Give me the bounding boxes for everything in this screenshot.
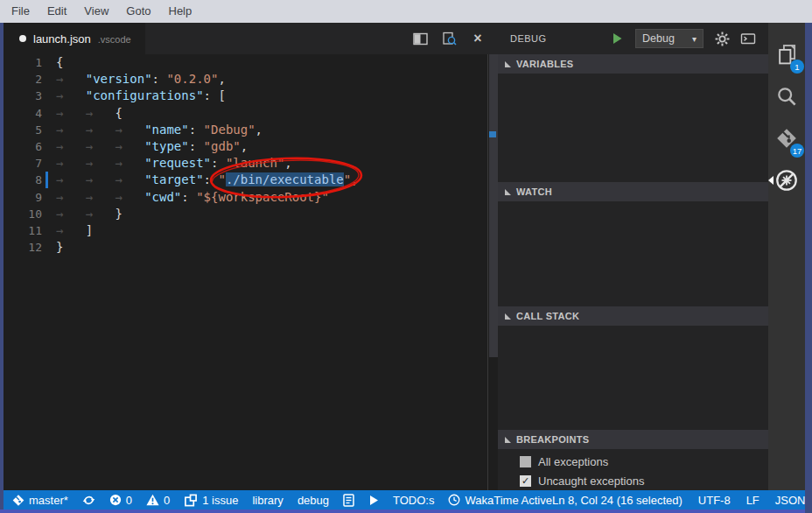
split-editor-icon[interactable]	[412, 31, 428, 46]
breakpoint-label: Uncaught exceptions	[538, 474, 644, 488]
code-text: → → → "request": "launch",	[56, 155, 292, 172]
line-number[interactable]: 5	[4, 122, 42, 138]
code-text: → → → "name": "Debug",	[56, 122, 262, 138]
checkbox-checked[interactable]: ✓	[520, 475, 531, 487]
status-run[interactable]	[368, 495, 379, 506]
git-icon[interactable]: 17	[768, 117, 805, 159]
section-header-watch[interactable]: WATCH	[498, 182, 768, 201]
twistie-expanded-icon	[505, 437, 511, 443]
line-number[interactable]: 12	[4, 239, 42, 256]
breakpoint-item[interactable]: All exceptions	[498, 452, 768, 471]
code-line-10[interactable]: 10→ → }	[4, 206, 498, 222]
menu-bar: FileEditViewGotoHelp	[0, 0, 812, 23]
line-number[interactable]: 11	[4, 222, 42, 239]
open-preview-icon[interactable]	[441, 31, 457, 46]
window-frame-right	[805, 23, 812, 513]
menu-edit[interactable]: Edit	[38, 0, 75, 23]
code-text: → → → "type": "gdb",	[56, 138, 248, 155]
section-header-variables[interactable]: VARIABLES	[498, 54, 768, 74]
status-label: 0	[164, 494, 170, 507]
debug-toolbar: DEBUG Debug ▾	[498, 23, 768, 54]
checkbox-unchecked[interactable]	[520, 456, 531, 467]
code-line-5[interactable]: 5→ → → "name": "Debug",	[4, 122, 498, 138]
status-language-mode[interactable]: JSON	[775, 494, 806, 507]
code-line-9[interactable]: 9→ → → "cwd": "${workspaceRoot}"	[4, 189, 498, 206]
code-line-8[interactable]: 8→ → → "target": "./bin/executable",	[4, 172, 498, 188]
warning-icon	[146, 494, 159, 506]
code-line-1[interactable]: 1{	[4, 54, 498, 71]
activity-bar: 117	[768, 23, 805, 490]
status-cursor-position[interactable]: Ln 8, Col 24 (16 selected)	[552, 494, 682, 507]
line-number[interactable]: 6	[4, 138, 42, 155]
menu-view[interactable]: View	[75, 0, 117, 23]
explorer-files-icon[interactable]: 1	[768, 33, 805, 75]
line-number[interactable]: 8	[4, 172, 42, 188]
editor-scrollbar[interactable]	[487, 54, 498, 490]
status-sync[interactable]	[82, 494, 95, 507]
search-icon[interactable]	[768, 75, 805, 117]
gear-icon[interactable]	[714, 31, 730, 46]
status-eol[interactable]: LF	[746, 494, 760, 507]
start-debug-button[interactable]	[609, 31, 625, 46]
line-number[interactable]: 7	[4, 155, 42, 172]
menu-file[interactable]: File	[3, 0, 38, 23]
code-line-3[interactable]: 3→ "configurations": [	[4, 88, 498, 104]
breakpoint-label: All exceptions	[538, 455, 608, 468]
close-icon[interactable]: ×	[470, 31, 486, 46]
code-text: → → {	[56, 105, 122, 122]
status-git-branch[interactable]: master*	[12, 494, 68, 507]
output-icon	[343, 494, 354, 507]
code-line-7[interactable]: 7→ → → "request": "launch",	[4, 155, 498, 172]
code-text: }	[56, 239, 63, 256]
code-line-2[interactable]: 2→ "version": "0.2.0",	[4, 71, 498, 88]
branch-icon	[12, 494, 24, 507]
tab-launch-json[interactable]: launch.json .vscode	[4, 23, 145, 54]
section-body-watch	[498, 201, 768, 306]
breakpoint-item[interactable]: ✓Uncaught exceptions	[498, 471, 768, 490]
twistie-expanded-icon	[505, 313, 511, 320]
status-encoding[interactable]: UTF-8	[698, 494, 731, 507]
line-number[interactable]: 10	[4, 206, 42, 222]
line-number[interactable]: 4	[4, 105, 42, 122]
line-number[interactable]: 3	[4, 88, 42, 104]
status-todos[interactable]: TODO:s	[393, 494, 434, 507]
twistie-expanded-icon	[505, 189, 511, 195]
section-body-variables	[498, 74, 768, 182]
code-line-12[interactable]: 12}	[4, 239, 498, 256]
status-errors[interactable]: 0	[109, 494, 132, 507]
status-label: debug	[298, 494, 329, 507]
status-label: JSON	[775, 494, 806, 507]
code-text: {	[56, 54, 63, 71]
status-library[interactable]: library	[252, 494, 283, 507]
no-debug-icon[interactable]	[768, 159, 805, 201]
section-header-breakpoints[interactable]: BREAKPOINTS	[498, 430, 768, 449]
debug-config-dropdown[interactable]: Debug ▾	[635, 29, 704, 48]
status-output[interactable]	[343, 494, 354, 507]
issues-icon	[184, 494, 198, 507]
section-header-callstack[interactable]: CALL STACK	[498, 306, 768, 326]
code-text: → "configurations": [	[56, 88, 226, 104]
section-label: WATCH	[516, 186, 552, 197]
line-number[interactable]: 9	[4, 189, 42, 206]
unsaved-dot-icon	[19, 35, 26, 42]
status-issues[interactable]: 1 issue	[184, 494, 238, 507]
clock-icon	[448, 494, 460, 506]
code-line-6[interactable]: 6→ → → "type": "gdb",	[4, 138, 498, 155]
status-warnings[interactable]: 0	[146, 494, 170, 507]
line-number[interactable]: 2	[4, 71, 42, 88]
debug-sidebar: DEBUG Debug ▾	[498, 23, 768, 490]
status-debug[interactable]: debug	[298, 494, 329, 507]
code-text: → → → "cwd": "${workspaceRoot}"	[56, 189, 329, 206]
vscode-window: FileEditViewGotoHelp launch.json .vscode…	[0, 0, 812, 513]
menu-help[interactable]: Help	[160, 0, 201, 23]
status-label: UTF-8	[698, 494, 731, 507]
section-body-breakpoints: All exceptions✓Uncaught exceptions	[498, 449, 768, 490]
code-area[interactable]: 1{2→ "version": "0.2.0",3→ "configuratio…	[4, 54, 498, 490]
code-line-11[interactable]: 11→ ]	[4, 222, 498, 239]
menu-goto[interactable]: Goto	[117, 0, 159, 23]
line-number[interactable]: 1	[4, 54, 42, 71]
status-wakatime[interactable]: WakaTime Active	[448, 494, 551, 507]
code-line-4[interactable]: 4→ → {	[4, 105, 498, 122]
scrollbar-thumb[interactable]	[489, 54, 498, 357]
debug-console-icon[interactable]	[740, 31, 756, 46]
